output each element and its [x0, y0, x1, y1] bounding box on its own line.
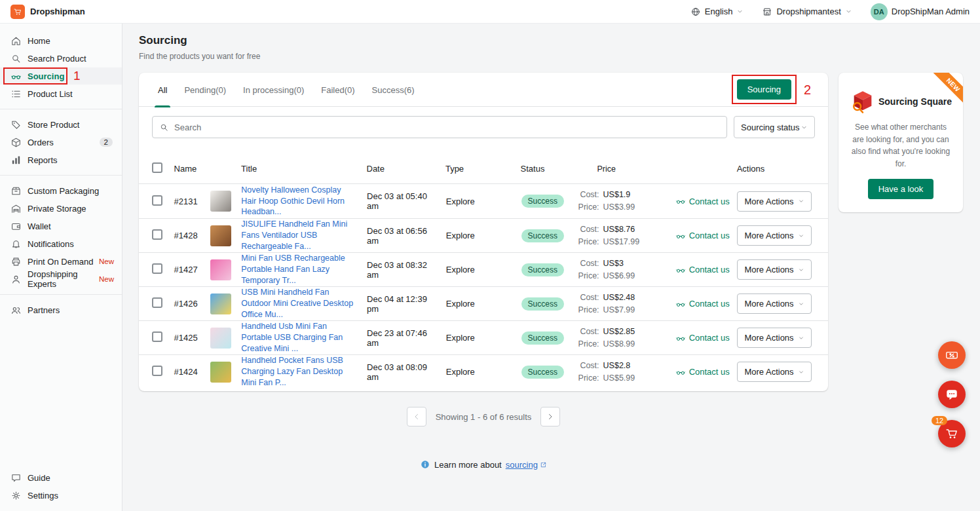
more-actions-button[interactable]: More Actions: [737, 259, 811, 280]
cost-value: US$8.76: [603, 223, 635, 236]
sidebar-item-search-product[interactable]: Search Product: [0, 50, 122, 67]
sidebar-item-label: Private Storage: [28, 204, 86, 214]
language-label: English: [705, 7, 733, 16]
sidebar-item-label: Reports: [28, 155, 58, 165]
price-value: US$3.99: [603, 201, 635, 214]
sidebar-item-partners[interactable]: Partners: [0, 301, 122, 318]
sidebar-item-notifications[interactable]: Notifications: [0, 235, 122, 252]
contact-us-link[interactable]: Contact us: [675, 231, 738, 241]
coupon-float-button[interactable]: [938, 341, 966, 369]
store-selector[interactable]: Dropshipmantest: [762, 7, 852, 17]
more-actions-button[interactable]: More Actions: [737, 328, 811, 348]
page-subtitle: Find the products you want for free: [139, 52, 963, 61]
row-type: Explore: [440, 367, 507, 377]
product-title-link[interactable]: Novelty Halloween Cosplay Hair Hoop Goth…: [241, 185, 356, 218]
header-status: Status: [506, 164, 574, 174]
sidebar-item-settings[interactable]: Settings: [0, 487, 122, 504]
contact-us-link[interactable]: Contact us: [675, 367, 738, 377]
more-actions-label: More Actions: [744, 231, 793, 240]
bell-icon: [10, 238, 22, 250]
more-actions-button[interactable]: More Actions: [737, 293, 811, 314]
sourcing-help-link[interactable]: sourcing: [506, 460, 547, 470]
sidebar-item-orders[interactable]: Orders2: [0, 134, 122, 151]
table-row: #1425 Handheld Usb Mini Fan Portable USB…: [139, 320, 828, 354]
product-title-link[interactable]: JISULIFE Handheld Fan Mini Fans Ventilad…: [241, 219, 356, 252]
contact-us-link[interactable]: Contact us: [675, 265, 738, 275]
row-checkbox[interactable]: [152, 263, 162, 274]
header-title: Title: [241, 164, 362, 174]
product-title-link[interactable]: Handheld Pocket Fans USB Charging Lazy F…: [241, 355, 356, 388]
contact-us-link[interactable]: Contact us: [675, 299, 738, 309]
promo-body: See what other merchants are looking for…: [849, 121, 952, 170]
sidebar-item-private-storage[interactable]: Private Storage: [0, 200, 122, 217]
tab-all[interactable]: All: [149, 73, 176, 107]
row-checkbox[interactable]: [152, 297, 162, 308]
contact-us-link[interactable]: Contact us: [675, 196, 738, 206]
chat-icon: [10, 472, 22, 483]
contact-us-link[interactable]: Contact us: [675, 333, 738, 343]
tab-success-6[interactable]: Success(6): [364, 73, 423, 107]
row-type: Explore: [440, 265, 507, 274]
tab-in-processing-0[interactable]: In processing(0): [235, 73, 312, 107]
product-title-link[interactable]: Mini Fan USB Rechargeable Portable Hand …: [241, 253, 356, 286]
pagination-next-button[interactable]: [540, 407, 560, 426]
table-row: #1426 USB Mini Handheld Fan Outdoor Mini…: [139, 286, 828, 320]
chevron-down-icon: [845, 8, 852, 15]
tab-pending-0[interactable]: Pending(0): [176, 73, 235, 107]
language-selector[interactable]: English: [690, 7, 744, 17]
sidebar-item-label: Notifications: [28, 239, 74, 249]
cost-value: US$3: [603, 257, 624, 270]
sidebar-item-label: Product List: [28, 89, 73, 99]
chevron-down-icon: [798, 301, 804, 307]
page-title: Sourcing: [139, 34, 963, 47]
search-input[interactable]: [174, 123, 720, 132]
user-menu[interactable]: DA DropShipMan Admin: [871, 3, 970, 20]
product-title-link[interactable]: Handheld Usb Mini Fan Portable USB Charg…: [241, 321, 356, 354]
sidebar-item-label: Store Product: [28, 120, 80, 130]
row-date: Dec 04 at 12:39 pm: [363, 294, 440, 314]
row-checkbox[interactable]: [152, 195, 162, 206]
price-value: US$17.99: [603, 236, 640, 248]
row-checkbox[interactable]: [152, 331, 162, 342]
tab-failed-0[interactable]: Failed(0): [312, 73, 363, 107]
price-value: US$7.99: [603, 304, 635, 316]
row-checkbox[interactable]: [152, 229, 162, 240]
sidebar-item-label: Print On Demand: [28, 257, 93, 267]
sidebar-item-label: Custom Packaging: [28, 186, 99, 196]
more-actions-button[interactable]: More Actions: [737, 362, 811, 382]
chat-float-button[interactable]: [938, 381, 966, 408]
sourcing-button-wrap: Sourcing 2: [737, 79, 791, 100]
product-title-link[interactable]: USB Mini Handheld Fan Outdoor Mini Creat…: [241, 287, 356, 320]
sourcing-button[interactable]: Sourcing: [737, 79, 791, 100]
table-row: #1427 Mini Fan USB Rechargeable Portable…: [139, 252, 828, 286]
row-checkbox[interactable]: [152, 366, 162, 376]
sidebar-item-reports[interactable]: Reports: [0, 151, 122, 168]
have-a-look-button[interactable]: Have a look: [868, 179, 934, 199]
more-actions-button[interactable]: More Actions: [737, 225, 811, 246]
floating-buttons: 12: [938, 341, 966, 447]
more-actions-button[interactable]: More Actions: [737, 191, 811, 212]
sidebar-item-sourcing[interactable]: Sourcing1: [0, 67, 122, 85]
sidebar-item-home[interactable]: Home: [0, 32, 122, 49]
sidebar-item-print-on-demand[interactable]: Print On DemandNew: [0, 253, 122, 270]
brand-name: Dropshipman: [30, 7, 85, 16]
sidebar-item-guide[interactable]: Guide: [0, 469, 122, 486]
select-all-checkbox[interactable]: [152, 162, 162, 173]
cost-value: US$2.85: [603, 326, 635, 338]
pagination-prev-button[interactable]: [407, 407, 426, 426]
cart-float-button[interactable]: 12: [938, 420, 966, 447]
price-value: US$6.99: [603, 270, 635, 282]
sidebar-item-wallet[interactable]: Wallet: [0, 218, 122, 235]
sidebar-item-label: Orders: [28, 138, 54, 147]
promo-title: Sourcing Square: [878, 96, 952, 107]
row-date: Dec 03 at 08:32 am: [363, 260, 440, 280]
sourcing-status-filter[interactable]: Sourcing status: [734, 116, 815, 138]
product-thumbnail: [210, 328, 231, 349]
sidebar-item-dropshipping-experts[interactable]: Dropshipping ExpertsNew: [0, 271, 122, 288]
row-name: #1425: [174, 333, 210, 343]
sidebar-item-label: Partners: [28, 305, 60, 315]
sidebar-item-product-list[interactable]: Product List: [0, 85, 122, 102]
sidebar-item-store-product[interactable]: Store Product: [0, 116, 122, 133]
row-price: Cost:US$2.8 Price:US$5.99: [575, 360, 675, 385]
sidebar-item-custom-packaging[interactable]: Custom Packaging: [0, 182, 122, 199]
